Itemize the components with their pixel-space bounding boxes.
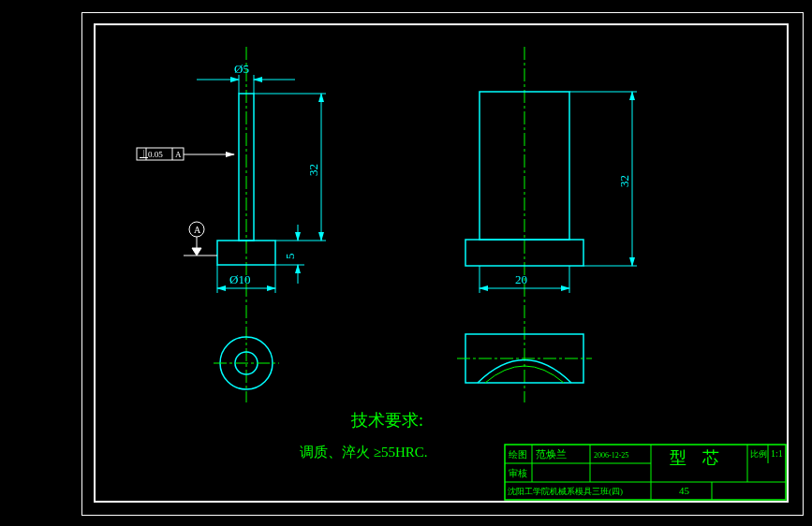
svg-text:A: A: [194, 225, 201, 235]
tech-req-title: 技术要求:: [350, 411, 423, 430]
dim-height-5: 5: [283, 254, 297, 260]
svg-text:比例: 比例: [750, 449, 767, 459]
drawing-number: 45: [679, 485, 690, 496]
scale: 1:1: [771, 448, 783, 459]
dim-height-32-left: 32: [306, 164, 320, 176]
drawn-by: 范焕兰: [536, 448, 567, 460]
dim-height-32-right: 32: [617, 175, 631, 187]
svg-text:⏊: ⏊: [140, 150, 148, 159]
svg-text:0.05: 0.05: [148, 150, 163, 159]
date: 2006-12-25: [594, 451, 628, 460]
datum-a: A: [184, 222, 217, 256]
cad-canvas[interactable]: Ø5 Ø10 32 5 ⏊ 0.05 A A: [0, 0, 812, 526]
drawing-svg: Ø5 Ø10 32 5 ⏊ 0.05 A A: [94, 23, 789, 503]
dim-dia-top: Ø5: [234, 62, 249, 76]
tech-req-line1: 调质、淬火 ≥55HRC.: [300, 445, 428, 460]
svg-text:审核: 审核: [509, 468, 527, 478]
svg-text:A: A: [175, 150, 182, 159]
school: 沈阳工学院机械系模具三班(四): [508, 487, 623, 496]
tolerance-frame: ⏊ 0.05 A: [137, 148, 234, 160]
title-block: 绘图 范焕兰 2006-12-25 型 芯 比例 1:1 审核 沈阳工学院机械系…: [505, 445, 786, 500]
dim-width-20: 20: [515, 272, 527, 286]
svg-text:绘图: 绘图: [509, 449, 527, 460]
part-name: 型 芯: [670, 448, 725, 467]
dim-dia-bottom: Ø10: [229, 272, 250, 286]
